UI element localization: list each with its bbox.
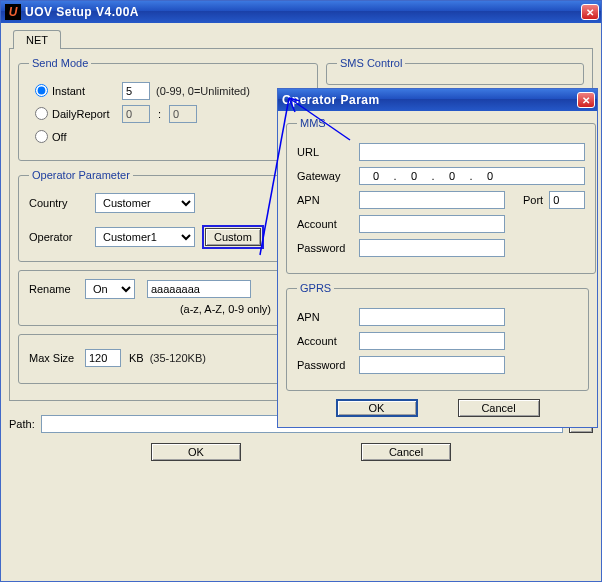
rename-input[interactable] <box>147 280 251 298</box>
mms-port-label: Port <box>523 194 543 206</box>
dialog-ok-button[interactable]: OK <box>336 399 418 417</box>
operator-parameter-group: Operator Parameter Country Customer Oper… <box>18 169 282 262</box>
daily-min-input <box>169 105 197 123</box>
tab-strip: NET <box>13 29 593 48</box>
mms-account-label: Account <box>297 218 359 230</box>
maxsize-input[interactable] <box>85 349 121 367</box>
rename-group: Rename On (a-z, A-Z, 0-9 only) <box>18 270 282 326</box>
send-mode-legend: Send Mode <box>29 57 91 69</box>
operator-select[interactable]: Customer1 <box>95 227 195 247</box>
gprs-legend: GPRS <box>297 282 334 294</box>
country-select[interactable]: Customer <box>95 193 195 213</box>
daily-label: DailyReport <box>52 108 122 120</box>
instant-value-input[interactable] <box>122 82 150 100</box>
dialog-close-icon[interactable]: ✕ <box>577 92 595 108</box>
operator-parameter-legend: Operator Parameter <box>29 169 133 181</box>
maxsize-label: Max Size <box>29 352 85 364</box>
rename-hint: (a-z, A-Z, 0-9 only) <box>29 303 271 315</box>
main-ok-button[interactable]: OK <box>151 443 241 461</box>
country-label: Country <box>29 197 95 209</box>
mms-account-input[interactable] <box>359 215 505 233</box>
sms-control-legend: SMS Control <box>337 57 405 69</box>
off-radio[interactable] <box>35 130 48 143</box>
mms-legend: MMS <box>297 117 329 129</box>
app-icon: U <box>5 4 21 20</box>
main-titlebar: U UOV Setup V4.00A ✕ <box>1 1 601 23</box>
off-label: Off <box>52 131 66 143</box>
gprs-group: GPRS APN Account Password <box>286 282 589 391</box>
mms-gateway-label: Gateway <box>297 170 359 182</box>
sms-control-group: SMS Control <box>326 57 584 85</box>
gprs-password-input[interactable] <box>359 356 505 374</box>
rename-label: Rename <box>29 283 85 295</box>
dialog-title: Operator Param <box>282 93 577 107</box>
instant-label: Instant <box>52 85 122 97</box>
mms-apn-input[interactable] <box>359 191 505 209</box>
mms-url-label: URL <box>297 146 359 158</box>
dialog-cancel-button[interactable]: Cancel <box>458 399 540 417</box>
mms-password-label: Password <box>297 242 359 254</box>
daily-colon: : <box>158 108 161 120</box>
mms-gateway-input[interactable]: 0 . 0 . 0 . 0 <box>359 167 585 185</box>
main-title: UOV Setup V4.00A <box>25 5 581 19</box>
operator-label: Operator <box>29 231 95 243</box>
operator-param-dialog: Operator Param ✕ MMS URL Gateway 0 . 0 .… <box>277 88 598 428</box>
tab-net[interactable]: NET <box>13 30 61 49</box>
instant-radio[interactable] <box>35 84 48 97</box>
gprs-apn-input[interactable] <box>359 308 505 326</box>
daily-radio[interactable] <box>35 107 48 120</box>
instant-hint: (0-99, 0=Unlimited) <box>156 85 250 97</box>
custom-button[interactable]: Custom <box>205 228 261 246</box>
dialog-client: MMS URL Gateway 0 . 0 . 0 . 0 APN <box>278 111 597 427</box>
mms-port-input[interactable] <box>549 191 585 209</box>
gprs-apn-label: APN <box>297 311 359 323</box>
close-icon[interactable]: ✕ <box>581 4 599 20</box>
maxsize-hint: (35-120KB) <box>150 352 206 364</box>
mms-apn-label: APN <box>297 194 359 206</box>
path-label: Path: <box>9 418 35 430</box>
main-cancel-button[interactable]: Cancel <box>361 443 451 461</box>
gprs-password-label: Password <box>297 359 359 371</box>
gprs-account-input[interactable] <box>359 332 505 350</box>
maxsize-group: Max Size KB (35-120KB) <box>18 334 282 384</box>
daily-hour-input <box>122 105 150 123</box>
maxsize-unit: KB <box>129 352 144 364</box>
rename-select[interactable]: On <box>85 279 135 299</box>
dialog-titlebar: Operator Param ✕ <box>278 89 597 111</box>
mms-url-input[interactable] <box>359 143 585 161</box>
mms-password-input[interactable] <box>359 239 505 257</box>
send-mode-group: Send Mode Instant (0-99, 0=Unlimited) Da… <box>18 57 318 161</box>
mms-group: MMS URL Gateway 0 . 0 . 0 . 0 APN <box>286 117 596 274</box>
gprs-account-label: Account <box>297 335 359 347</box>
